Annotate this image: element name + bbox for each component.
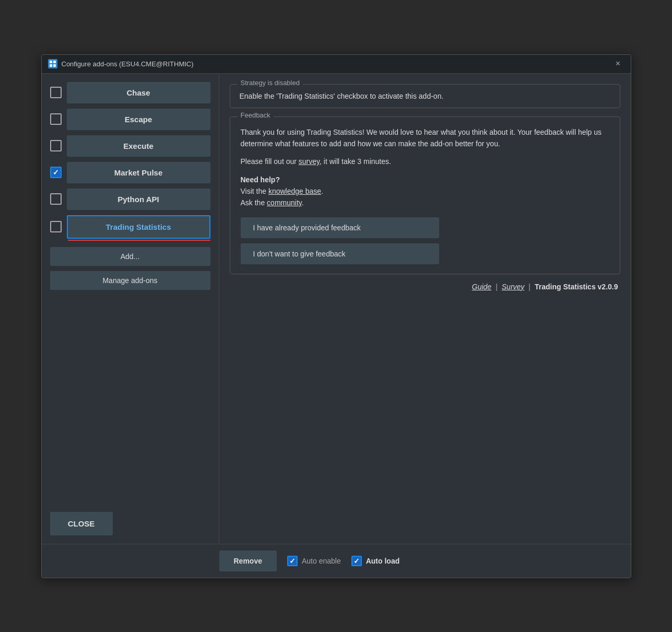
community-suffix: . [302,198,304,207]
manage-addons-button[interactable]: Manage add-ons [50,271,210,290]
already-provided-feedback-button[interactable]: I have already provided feedback [241,217,439,238]
left-bottom: CLOSE [50,504,210,544]
main-window: Configure add-ons (ESU4.CME@RITHMIC) × C… [41,54,631,578]
red-underline [68,240,210,241]
auto-enable-text: Auto enable [302,557,341,565]
chase-checkbox[interactable] [50,87,62,98]
python-api-checkbox[interactable] [50,193,62,205]
svg-rect-3 [53,64,56,67]
community-link[interactable]: community [267,198,302,207]
svg-rect-1 [53,61,56,63]
feedback-help: Need help? Visit the knowledge base. Ask… [241,174,609,209]
feedback-body: Thank you for using Trading Statistics! … [241,126,609,264]
version-label: Trading Statistics v2.0.9 [535,283,618,291]
add-button[interactable]: Add... [50,247,210,266]
window-title: Configure add-ons (ESU4.CME@RITHMIC) [62,60,194,68]
remove-button[interactable]: Remove [219,551,277,571]
feedback-box-title: Feedback [238,111,274,119]
survey-footer-link[interactable]: Survey [502,283,525,291]
auto-enable-label: Auto enable [287,556,341,566]
survey-link[interactable]: survey [299,157,320,166]
window-close-button[interactable]: × [612,57,624,70]
market-pulse-checkbox[interactable] [50,167,62,178]
addon-item-chase: Chase [50,82,210,103]
knowledge-base-link[interactable]: knowledge base [268,187,321,195]
auto-load-label: Auto load [351,556,400,566]
python-api-button[interactable]: Python API [67,189,210,210]
auto-enable-checkbox[interactable] [287,556,298,566]
auto-load-text: Auto load [366,557,400,565]
title-bar: Configure add-ons (ESU4.CME@RITHMIC) × [42,55,631,74]
svg-rect-0 [50,61,52,63]
footer-links: Guide | Survey | Trading Statistics v2.0… [230,283,620,291]
close-button[interactable]: CLOSE [50,512,113,535]
app-icon [48,59,57,68]
feedback-para2-prefix: Please fill out our [241,157,299,166]
strategy-disabled-title: Strategy is disabled [238,79,303,87]
title-bar-left: Configure add-ons (ESU4.CME@RITHMIC) [48,59,194,68]
escape-button[interactable]: Escape [67,109,210,130]
addon-item-python-api: Python API [50,189,210,210]
escape-checkbox[interactable] [50,113,62,125]
bottom-bar: Remove Auto enable Auto load [42,544,631,578]
trading-statistics-button[interactable]: Trading Statistics [67,215,210,239]
addon-item-market-pulse: Market Pulse [50,162,210,183]
dont-want-feedback-button[interactable]: I don't want to give feedback [241,243,439,264]
feedback-para2: Please fill out our survey, it will take… [241,156,609,167]
feedback-para2-suffix: , it will take 3 minutes. [320,157,391,166]
addon-item-execute: Execute [50,135,210,157]
svg-rect-2 [50,64,52,67]
trading-statistics-checkbox[interactable] [50,221,62,232]
addon-item-trading-statistics: Trading Statistics [50,215,210,239]
help-heading: Need help? [241,175,280,184]
execute-checkbox[interactable] [50,140,62,151]
knowledge-base-suffix: . [321,187,323,195]
strategy-disabled-message: Enable the 'Trading Statistics' checkbox… [240,92,610,100]
feedback-para1: Thank you for using Trading Statistics! … [241,126,609,150]
main-content: Chase Escape Execute Market Pulse Python… [42,74,631,544]
market-pulse-button[interactable]: Market Pulse [67,162,210,183]
execute-button[interactable]: Execute [67,135,210,157]
feedback-buttons: I have already provided feedback I don't… [241,217,609,264]
chase-button[interactable]: Chase [67,82,210,103]
auto-load-checkbox[interactable] [351,556,362,566]
community-prefix: Ask the [241,198,267,207]
addon-item-escape: Escape [50,109,210,130]
right-panel: Strategy is disabled Enable the 'Trading… [219,74,631,544]
feedback-box: Feedback Thank you for using Trading Sta… [230,116,620,274]
footer-sep-2: | [528,283,530,291]
strategy-disabled-box: Strategy is disabled Enable the 'Trading… [230,84,620,108]
guide-link[interactable]: Guide [472,283,491,291]
knowledge-base-prefix: Visit the [241,187,268,195]
left-panel: Chase Escape Execute Market Pulse Python… [42,74,219,544]
footer-sep-1: | [496,283,498,291]
